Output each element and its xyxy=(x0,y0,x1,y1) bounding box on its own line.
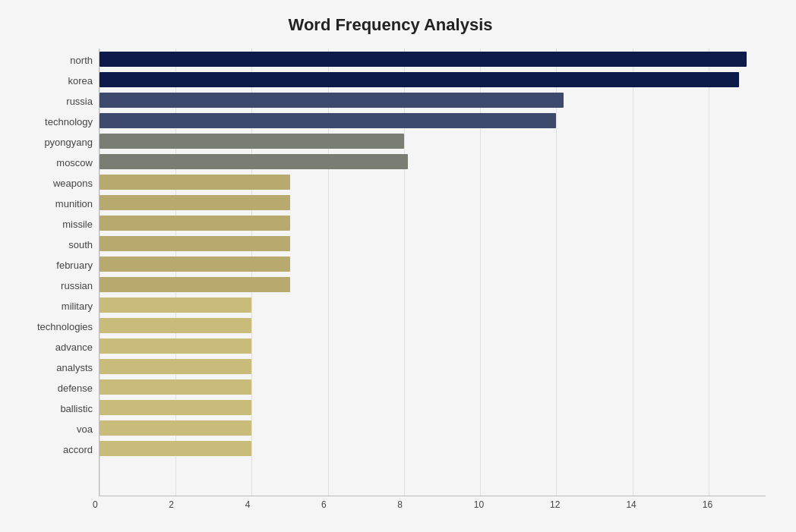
bar xyxy=(100,134,404,149)
x-axis-container: 0246810121416 xyxy=(99,496,766,519)
x-tick: 6 xyxy=(321,499,327,510)
y-axis: northkorearussiatechnologypyongyangmosco… xyxy=(15,49,99,496)
bar xyxy=(100,257,290,272)
y-label: korea xyxy=(68,71,99,91)
bar-row xyxy=(100,294,766,315)
y-label: analysts xyxy=(56,357,99,378)
y-label: technologies xyxy=(37,316,99,337)
y-label: north xyxy=(70,50,99,71)
chart-container: Word Frequency Analysis northkorearussia… xyxy=(0,0,796,532)
bar-row xyxy=(100,438,766,458)
bar xyxy=(100,113,556,128)
y-label: technology xyxy=(45,112,99,132)
y-label: russia xyxy=(66,91,99,112)
bar-row xyxy=(100,110,766,131)
y-label: missile xyxy=(62,214,99,235)
y-label: voa xyxy=(77,419,99,439)
bar xyxy=(100,93,564,108)
bar xyxy=(100,277,290,292)
bar xyxy=(100,175,290,190)
bars-area xyxy=(99,49,766,496)
bar-row xyxy=(100,90,766,110)
bar xyxy=(100,154,408,169)
x-tick: 10 xyxy=(474,499,484,510)
bar-row xyxy=(100,253,766,274)
bar xyxy=(100,216,290,231)
bar-row xyxy=(100,192,766,212)
x-tick: 2 xyxy=(169,499,174,510)
bar xyxy=(100,236,290,251)
y-label: south xyxy=(68,235,99,255)
bar-row xyxy=(100,212,766,233)
bar xyxy=(100,400,251,415)
x-tick: 12 xyxy=(550,499,560,510)
x-tick: 0 xyxy=(93,499,98,510)
bar-row xyxy=(100,315,766,335)
bar-row xyxy=(100,376,766,397)
y-label: ballistic xyxy=(60,398,99,419)
y-label: moscow xyxy=(56,153,99,173)
y-label: weapons xyxy=(53,173,99,194)
y-label: advance xyxy=(55,337,99,357)
bar-row xyxy=(100,172,766,192)
bar-row xyxy=(100,151,766,172)
x-tick: 14 xyxy=(626,499,636,510)
bar xyxy=(100,441,251,456)
bar-row xyxy=(100,69,766,90)
x-tick: 16 xyxy=(703,499,712,510)
bar-row xyxy=(100,397,766,417)
bar xyxy=(100,338,251,354)
x-tick: 8 xyxy=(397,499,403,510)
bar-row xyxy=(100,417,766,438)
bar-row xyxy=(100,49,766,69)
x-tick: 4 xyxy=(245,499,251,510)
y-label: defense xyxy=(58,378,99,398)
y-label: russian xyxy=(61,275,99,296)
y-label: pyongyang xyxy=(44,132,99,153)
bar xyxy=(100,359,251,374)
bar xyxy=(100,52,747,67)
y-label: february xyxy=(56,255,99,275)
bar-row xyxy=(100,356,766,376)
bars-rows xyxy=(100,49,766,458)
bar-row xyxy=(100,233,766,253)
bar-row xyxy=(100,335,766,356)
bar xyxy=(100,318,251,333)
bar xyxy=(100,420,251,436)
bar-row xyxy=(100,274,766,294)
y-label: military xyxy=(62,296,99,316)
chart-area: northkorearussiatechnologypyongyangmosco… xyxy=(15,49,766,496)
bar-row xyxy=(100,131,766,151)
y-label: accord xyxy=(63,439,99,460)
bar xyxy=(100,379,251,395)
bar xyxy=(100,297,251,313)
bar xyxy=(100,195,290,210)
bar xyxy=(100,72,739,87)
chart-title: Word Frequency Analysis xyxy=(15,15,766,35)
y-label: munition xyxy=(55,194,99,214)
